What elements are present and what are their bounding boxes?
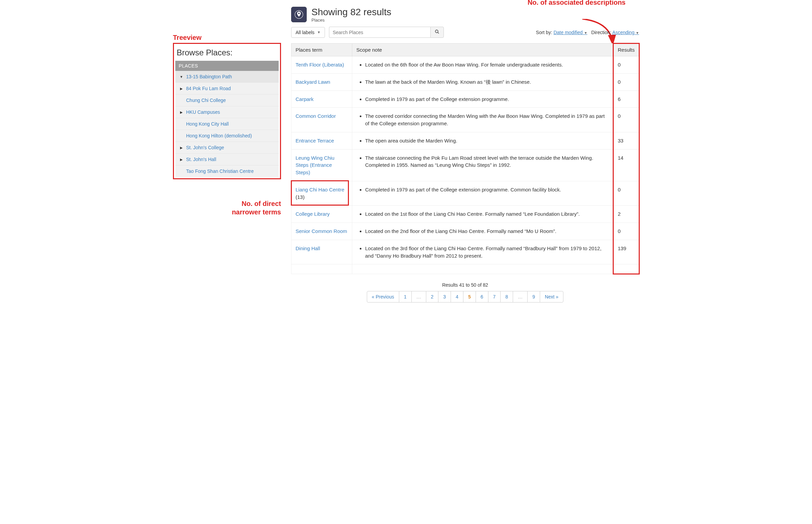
term-link[interactable]: Liang Chi Hao Centre: [295, 187, 344, 193]
pagination-page[interactable]: 8: [501, 291, 513, 302]
chevron-right-icon[interactable]: ▶: [179, 87, 183, 91]
pagination-next[interactable]: Next »: [540, 291, 563, 302]
cell-results: 0: [613, 56, 639, 73]
cell-term: Senior Common Room: [292, 223, 352, 240]
pagination-page[interactable]: 2: [426, 291, 439, 302]
column-header-scope[interactable]: Scope note: [352, 44, 614, 56]
treeview-item[interactable]: Hong Kong Hilton (demolished): [175, 130, 279, 142]
table-row: Entrance TerraceThe open area outside th…: [292, 132, 639, 149]
treeview-highlight-box: Browse Places: PLACES ▼13-15 Babington P…: [173, 43, 281, 179]
column-header-term[interactable]: Places term: [292, 44, 352, 56]
page-title: Showing 82 results: [311, 7, 391, 18]
table-row: Dining HallLocated on the 3rd floor of t…: [292, 240, 639, 264]
cell-term: Entrance Terrace: [292, 132, 352, 149]
chevron-right-icon[interactable]: ▶: [179, 146, 183, 150]
pagination-page[interactable]: 7: [488, 291, 501, 302]
svg-line-3: [438, 32, 439, 34]
term-link[interactable]: Carpark: [295, 96, 313, 102]
cell-term: Dining Hall: [292, 240, 352, 264]
term-link[interactable]: Senior Common Room: [295, 228, 347, 234]
treeview-item-label: 13-15 Babington Path: [186, 74, 232, 79]
table-row: Backyard LawnThe lawn at the back of the…: [292, 73, 639, 91]
scope-note-text: The staircase connecting the Pok Fu Lam …: [365, 154, 609, 169]
treeview-item[interactable]: ▶84 Pok Fu Lam Road: [175, 82, 279, 94]
search-button[interactable]: [430, 27, 444, 38]
pagination-prev[interactable]: « Previous: [367, 291, 399, 302]
cell-results: 0: [613, 181, 639, 206]
cell-scope: Completed in 1979 as part of the College…: [352, 91, 614, 108]
narrower-count: (13): [295, 194, 305, 200]
scope-note-text: Completed in 1979 as part of the College…: [365, 186, 609, 194]
term-link[interactable]: Backyard Lawn: [295, 79, 330, 85]
treeview-item[interactable]: ▶St. John's College: [175, 142, 279, 153]
table-row: Senior Common RoomLocated on the 2nd flo…: [292, 223, 639, 240]
term-link[interactable]: Tenth Floor (Liberata): [295, 62, 344, 67]
cell-term: Backyard Lawn: [292, 73, 352, 91]
treeview-item[interactable]: Tao Fong Shan Christian Centre: [175, 165, 279, 177]
pagination: « Previous1…2345678…9Next »: [367, 291, 564, 302]
pagination-page[interactable]: 3: [438, 291, 451, 302]
treeview-item-label: HKU Campuses: [186, 109, 220, 115]
table-row: Leung Wing Chiu Steps (Entrance Steps)Th…: [292, 149, 639, 181]
treeview-header: PLACES: [175, 61, 279, 71]
cell-results: 139: [613, 240, 639, 264]
cell-results: 33: [613, 132, 639, 149]
cell-scope: The open area outside the Marden Wing.: [352, 132, 614, 149]
pagination-page[interactable]: 4: [451, 291, 464, 302]
treeview-item-label: Hong Kong City Hall: [186, 121, 229, 127]
pagination-page[interactable]: 5: [464, 291, 476, 302]
scope-note-text: The covered corridor connecting the Mard…: [365, 112, 609, 127]
term-link[interactable]: Common Corridor: [295, 113, 336, 119]
treeview-item-label: Chung Chi College: [186, 98, 226, 103]
svg-point-2: [435, 30, 438, 33]
cell-results: 0: [613, 223, 639, 240]
treeview-item[interactable]: ▶St. John's Hall: [175, 153, 279, 165]
cell-scope: Completed in 1979 as part of the College…: [352, 181, 614, 206]
results-table: Places term Scope note Results Tenth Flo…: [291, 43, 639, 274]
chevron-right-icon[interactable]: ▶: [179, 158, 183, 161]
scope-note-text: Located on the 2nd floor of the Liang Ch…: [365, 228, 609, 235]
cell-term: Tenth Floor (Liberata): [292, 56, 352, 73]
treeview-item[interactable]: Hong Kong City Hall: [175, 118, 279, 130]
table-row: Common CorridorThe covered corridor conn…: [292, 108, 639, 132]
labels-dropdown-label: All labels: [295, 30, 314, 35]
treeview-item-label: Hong Kong Hilton (demolished): [186, 133, 252, 138]
pagination-page[interactable]: 6: [476, 291, 488, 302]
cell-term: Common Corridor: [292, 108, 352, 132]
treeview-item[interactable]: Chung Chi College: [175, 94, 279, 106]
cell-scope: Located on the 6th floor of the Aw Boon …: [352, 56, 614, 73]
chevron-right-icon[interactable]: ▶: [179, 110, 183, 114]
cell-scope: Located on the 3rd floor of the Liang Ch…: [352, 240, 614, 264]
scope-note-text: The lawn at the back of the Marden Wing.…: [365, 78, 609, 86]
cell-term: [292, 264, 352, 274]
search-input[interactable]: [329, 27, 430, 38]
term-link[interactable]: Dining Hall: [295, 245, 320, 251]
pagination-ellipsis: …: [513, 291, 527, 302]
pagination-page[interactable]: 1: [399, 291, 412, 302]
treeview-item-label: St. John's College: [186, 145, 224, 150]
term-link[interactable]: Entrance Terrace: [295, 138, 334, 144]
treeview-item[interactable]: ▶HKU Campuses: [175, 106, 279, 118]
term-link[interactable]: College Library: [295, 211, 330, 217]
cell-results: 14: [613, 149, 639, 181]
column-header-results[interactable]: Results: [613, 44, 639, 56]
labels-dropdown[interactable]: All labels ▼: [291, 27, 325, 38]
caret-down-icon: ▼: [584, 31, 587, 35]
pagination-page[interactable]: 9: [527, 291, 540, 302]
annotation-narrower-line2: narrower terms: [173, 208, 281, 216]
chevron-down-icon[interactable]: ▼: [179, 75, 183, 79]
scope-note-text: Located on the 3rd floor of the Liang Ch…: [365, 245, 609, 260]
scope-note-text: Completed in 1979 as part of the College…: [365, 96, 609, 103]
direction-value[interactable]: Ascending ▼: [612, 30, 639, 35]
cell-results: [613, 264, 639, 274]
table-row: CarparkCompleted in 1979 as part of the …: [292, 91, 639, 108]
page-subtitle: Places: [311, 18, 391, 22]
scope-note-text: Located on the 1st floor of the Liang Ch…: [365, 210, 609, 218]
table-row: College LibraryLocated on the 1st floor …: [292, 206, 639, 223]
scope-note-text: The open area outside the Marden Wing.: [365, 137, 609, 145]
treeview-item[interactable]: ▼13-15 Babington Path: [175, 71, 279, 82]
sort-by-value[interactable]: Date modified ▼: [554, 30, 587, 35]
term-link[interactable]: Leung Wing Chiu Steps (Entrance Steps): [295, 155, 335, 176]
cell-term: Leung Wing Chiu Steps (Entrance Steps): [292, 149, 352, 181]
svg-point-1: [298, 13, 299, 14]
